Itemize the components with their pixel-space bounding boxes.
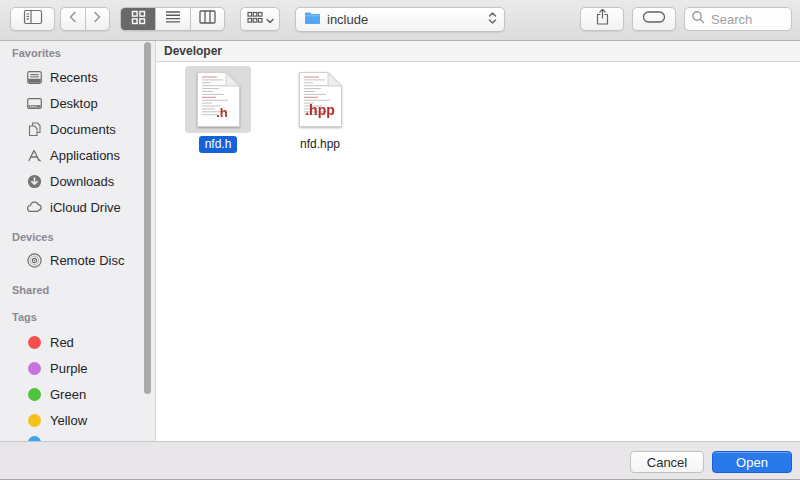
group-by-icon [247,10,263,28]
folder-icon [304,11,321,29]
icloud-icon [26,199,43,216]
sidebar-item-label: Downloads [50,174,114,189]
sidebar-section-devices: Devices [12,231,54,243]
file-icon-box: .hpp [287,66,353,133]
applications-icon [26,147,43,164]
sidebar-item-label: Applications [50,148,120,163]
sidebar-item-label: Yellow [50,413,87,428]
sidebar-scrollbar[interactable] [144,42,151,394]
file-name-label: nfd.hpp [294,136,346,153]
back-button[interactable] [61,8,85,30]
sidebar-item-label: Purple [50,361,88,376]
sidebar-item-label: Remote Disc [50,253,124,268]
popup-stepper-icon [487,10,498,30]
sidebar-item-tag-purple[interactable]: Purple [0,355,155,381]
sidebar-icon [23,9,43,29]
document-icon: .h [196,71,241,128]
group-by-button[interactable] [240,7,280,31]
sidebar-item-recents[interactable]: Recents [0,64,155,90]
sidebar-item-label: Documents [50,122,116,137]
sidebar-item-icloud-drive[interactable]: iCloud Drive [0,194,155,220]
tags-button[interactable] [632,7,676,31]
document-icon: .hpp [298,71,343,128]
search-icon [691,10,705,28]
tag-green-dot [28,388,41,401]
tag-yellow-dot [28,414,41,427]
sidebar-item-downloads[interactable]: Downloads [0,168,155,194]
share-button[interactable] [580,7,624,31]
desktop-icon [26,95,43,112]
sidebar-item-tag-red[interactable]: Red [0,329,155,355]
tag-icon [642,10,666,28]
sidebar-item-label: iCloud Drive [50,200,121,215]
view-switcher [120,7,225,31]
sidebar-item-documents[interactable]: Documents [0,116,155,142]
dialog-footer: Cancel Open [0,441,800,480]
file-nfd-h[interactable]: .h nfd.h [185,66,251,153]
location-popup-label: include [327,12,487,27]
documents-icon [26,121,43,138]
column-view-icon [199,10,216,28]
open-file-dialog: include [0,0,800,480]
sidebar-section-tags: Tags [12,311,37,323]
file-browser: Developer .h nfd.h .hpp [156,41,800,441]
toggle-sidebar-button[interactable] [10,7,55,31]
sidebar-item-tag-green[interactable]: Green [0,381,155,407]
sidebar-item-applications[interactable]: Applications [0,142,155,168]
chevron-left-icon [67,10,79,28]
column-view-button[interactable] [190,8,224,30]
sidebar-item-label: Green [50,387,86,402]
tag-purple-dot [28,362,41,375]
downloads-icon [26,173,43,190]
sidebar-item-label: Recents [50,70,98,85]
open-button[interactable]: Open [712,451,792,473]
disc-icon [26,252,43,269]
file-extension-label: .h [216,105,228,120]
list-view-icon [165,10,181,28]
forward-button[interactable] [85,8,109,30]
search-input[interactable] [709,11,785,28]
sidebar-section-favorites: Favorites [12,47,61,59]
sidebar-item-tag-yellow[interactable]: Yellow [0,407,155,433]
sidebar-item-label: Desktop [50,96,98,111]
file-icon-box: .h [185,66,251,133]
history-nav [60,7,110,31]
file-nfd-hpp[interactable]: .hpp nfd.hpp [287,66,353,153]
share-icon [595,8,610,30]
location-popup[interactable]: include [295,7,505,32]
search-field[interactable] [684,7,792,31]
sidebar-item-desktop[interactable]: Desktop [0,90,155,116]
file-extension-label: .hpp [305,102,335,118]
cancel-button[interactable]: Cancel [630,451,704,473]
toolbar: include [0,0,800,41]
tag-red-dot [28,336,41,349]
list-view-button[interactable] [155,8,189,30]
sidebar-item-remote-disc[interactable]: Remote Disc [0,247,155,273]
sidebar-section-shared: Shared [12,284,49,296]
chevron-right-icon [91,10,103,28]
sidebar-item-label: Red [50,335,74,350]
icon-view-button[interactable] [121,8,155,30]
chevron-down-icon [266,10,274,28]
sidebar: Favorites Recents [0,41,156,441]
recents-icon [26,69,43,86]
group-header: Developer [156,41,800,62]
grid-view-icon [131,10,146,29]
file-name-label: nfd.h [199,136,238,153]
